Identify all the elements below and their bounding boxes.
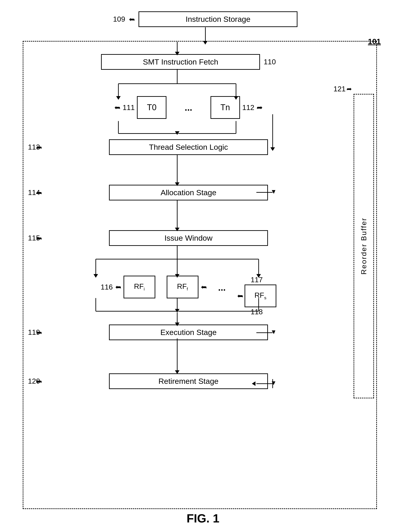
figure-caption: FIG. 1 bbox=[0, 511, 406, 525]
squiggle-120: ➦ bbox=[36, 377, 42, 386]
squiggle-114: ➦ bbox=[36, 188, 42, 197]
retirement-stage-box: Retirement Stage bbox=[109, 373, 268, 389]
rff-box: RFf bbox=[167, 276, 198, 298]
instruction-storage-row: 109 ➦ Instruction Storage bbox=[23, 11, 388, 27]
ref-110: 110 bbox=[264, 58, 276, 66]
ref-117: 117 bbox=[251, 276, 263, 284]
rff-wrap: RFf ➦ bbox=[167, 276, 207, 298]
t0-box: T0 bbox=[137, 96, 167, 119]
execution-stage-box: Execution Stage bbox=[109, 325, 268, 340]
smt-fetch-box: SMT Instruction Fetch bbox=[101, 54, 260, 70]
ref-116: 116 bbox=[101, 283, 113, 291]
squiggle-109: ➦ bbox=[129, 15, 135, 24]
rfi-box: RFi bbox=[123, 276, 155, 298]
retirement-row: 120 ➦ Retirement Stage bbox=[23, 373, 354, 389]
ref-112: 112 bbox=[242, 103, 254, 112]
tn-wrap: Tn 112 ➦ bbox=[210, 96, 263, 119]
svg-marker-10 bbox=[175, 131, 179, 135]
main-processor-box: 101 SMT Instruction Fetch 110 ➦ 111 T0 .… bbox=[23, 41, 377, 509]
rf-row: 116 ➦ RFi RFf ➦ ... 117 ➦ bbox=[23, 276, 354, 316]
rfi-wrap: 116 ➦ RFi bbox=[101, 276, 155, 298]
issue-window-box: Issue Window bbox=[109, 230, 268, 246]
squiggle-121: ➦ bbox=[347, 85, 352, 93]
squiggle-rff: ➦ bbox=[201, 283, 207, 291]
allocation-stage-box: Allocation Stage bbox=[109, 185, 268, 200]
rf-dots: ... bbox=[218, 282, 226, 293]
squiggle-119: ➦ bbox=[36, 328, 42, 337]
rfs-box: RFs bbox=[245, 285, 276, 307]
reorder-buffer-label: Reorder Buffer bbox=[360, 217, 368, 274]
allocation-row: 114 ➦ Allocation Stage bbox=[23, 185, 354, 200]
inst-storage-arrow bbox=[23, 27, 388, 44]
squiggle-111: ➦ bbox=[114, 103, 120, 112]
thread-boxes-row: ➦ 111 T0 ... Tn 112 ➦ bbox=[23, 96, 354, 119]
squiggle-116: ➦ bbox=[115, 283, 121, 291]
squiggle-113: ➦ bbox=[36, 143, 42, 152]
tn-box: Tn bbox=[210, 96, 240, 119]
squiggle-rfs: ➦ bbox=[237, 292, 243, 300]
thread-sel-row: 113 ➦ Thread Selection Logic bbox=[23, 139, 354, 155]
rfs-wrap: 117 ➦ RFs 118 bbox=[237, 276, 276, 316]
ref-121-wrap: 121 ➦ bbox=[334, 85, 352, 93]
t0-wrap: ➦ 111 T0 bbox=[114, 96, 167, 119]
ref-121: 121 bbox=[334, 85, 346, 93]
reorder-buffer-box: Reorder Buffer bbox=[354, 94, 374, 398]
squiggle-112: ➦ bbox=[257, 103, 263, 112]
smt-fetch-row: SMT Instruction Fetch 110 bbox=[23, 54, 354, 70]
squiggle-115: ➦ bbox=[36, 234, 42, 243]
ref-118: 118 bbox=[251, 308, 263, 316]
thread-selection-box: Thread Selection Logic bbox=[109, 139, 268, 155]
ref-109: 109 bbox=[113, 15, 125, 23]
issue-window-row: 115 ➦ Issue Window bbox=[23, 230, 354, 246]
ref-111: 111 bbox=[123, 103, 135, 112]
thread-dots: ... bbox=[185, 103, 192, 113]
instruction-storage-box: Instruction Storage bbox=[138, 11, 297, 27]
execution-row: 119 ➦ Execution Stage bbox=[23, 325, 354, 340]
